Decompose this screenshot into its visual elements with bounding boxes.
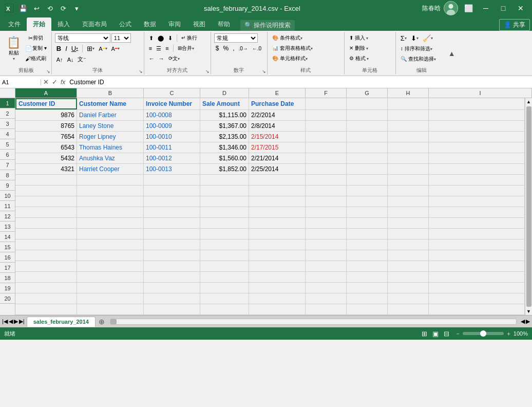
cell-D13[interactable] <box>200 229 249 239</box>
cell-C19[interactable] <box>144 293 200 304</box>
cell-B13[interactable] <box>77 229 144 239</box>
cell-I4[interactable] <box>429 132 525 142</box>
cell-C3[interactable]: 100-0009 <box>144 121 200 131</box>
scroll-thumb-v[interactable] <box>526 106 531 307</box>
cell-A18[interactable] <box>15 283 77 293</box>
cell-A16[interactable] <box>15 261 77 271</box>
cell-A10[interactable] <box>15 196 77 207</box>
cell-C9[interactable] <box>144 186 200 196</box>
cell-G10[interactable] <box>347 196 388 207</box>
h-scroll-right-btn[interactable]: ▶ <box>526 318 530 325</box>
row-header-5[interactable]: 5 <box>0 139 15 150</box>
cell-D10[interactable] <box>200 196 249 207</box>
border-button[interactable]: ⊞ ▾ <box>85 44 96 53</box>
cell-F10[interactable] <box>306 196 347 207</box>
row-header-16[interactable]: 16 <box>0 252 15 263</box>
cell-G17[interactable] <box>347 272 388 282</box>
confirm-formula-icon[interactable]: ✓ <box>52 78 58 86</box>
cell-E14[interactable] <box>249 239 306 250</box>
percent-button[interactable]: % <box>221 44 230 53</box>
cell-B16[interactable] <box>77 261 144 271</box>
cell-F13[interactable] <box>306 229 347 239</box>
cell-C5[interactable]: 100-0011 <box>144 142 200 153</box>
merge-button[interactable]: ⊞合并 ▾ <box>176 44 196 53</box>
cell-B2[interactable]: Daniel Farber <box>77 110 144 120</box>
tab-formulas[interactable]: 公式 <box>113 17 138 31</box>
cell-E16[interactable] <box>249 261 306 271</box>
row-header-20[interactable]: 20 <box>0 293 15 304</box>
cell-D14[interactable] <box>200 239 249 250</box>
cell-E1[interactable]: Purchase Date <box>249 98 306 109</box>
underline-button[interactable]: U ▾ <box>70 44 80 53</box>
page-layout-view-btn[interactable]: ▣ <box>431 329 440 338</box>
undo-arrow-btn[interactable]: ⟲ <box>44 3 55 14</box>
cell-B10[interactable] <box>77 196 144 207</box>
cell-H15[interactable] <box>388 250 429 261</box>
col-header-E[interactable]: E <box>249 88 306 98</box>
col-header-B[interactable]: B <box>77 88 144 98</box>
cell-H9[interactable] <box>388 186 429 196</box>
add-sheet-btn[interactable]: ⊕ <box>96 317 108 327</box>
number-format-select[interactable]: 常规 <box>214 33 258 43</box>
cell-H16[interactable] <box>388 261 429 271</box>
cell-G4[interactable] <box>347 132 388 142</box>
cell-F1[interactable] <box>306 98 347 109</box>
currency-button[interactable]: $ <box>214 44 221 53</box>
cell-F8[interactable] <box>306 175 347 185</box>
vertical-scrollbar[interactable]: ▲ ▼ <box>525 98 532 315</box>
cell-A14[interactable] <box>15 239 77 250</box>
clear-button[interactable]: 🧹 ▾ <box>421 33 434 43</box>
cell-H10[interactable] <box>388 196 429 207</box>
tab-data[interactable]: 数据 <box>138 17 162 31</box>
formula-input[interactable] <box>67 79 532 86</box>
tab-review[interactable]: 审阅 <box>162 17 187 31</box>
cell-E5[interactable]: 2/17/2015 <box>249 142 306 153</box>
row-header-7[interactable]: 7 <box>0 160 15 170</box>
cell-F14[interactable] <box>306 239 347 250</box>
cell-E17[interactable] <box>249 272 306 282</box>
indent-increase-button[interactable]: → <box>157 54 166 63</box>
cell-C17[interactable] <box>144 272 200 282</box>
row-header-18[interactable]: 18 <box>0 273 15 283</box>
cell-A15[interactable] <box>15 250 77 261</box>
row-header-19[interactable]: 19 <box>0 283 15 293</box>
zoom-slider[interactable] <box>463 332 504 335</box>
row-header-2[interactable]: 2 <box>0 108 15 119</box>
cell-I15[interactable] <box>429 250 525 261</box>
cell-I10[interactable] <box>429 196 525 207</box>
cell-F11[interactable] <box>306 207 347 217</box>
cell-D19[interactable] <box>200 293 249 304</box>
row-header-14[interactable]: 14 <box>0 232 15 242</box>
zoom-in-icon[interactable]: ＋ <box>506 330 511 338</box>
scroll-down-btn[interactable]: ▼ <box>525 308 532 315</box>
cell-I16[interactable] <box>429 261 525 271</box>
cell-C10[interactable] <box>144 196 200 207</box>
row-header-10[interactable]: 10 <box>0 191 15 201</box>
sheet-nav-last[interactable]: ▶| <box>19 318 25 325</box>
sum-button[interactable]: Σ ▾ <box>399 33 408 43</box>
tab-view[interactable]: 视图 <box>187 17 212 31</box>
cell-I8[interactable] <box>429 175 525 185</box>
cell-D9[interactable] <box>200 186 249 196</box>
cell-C20[interactable] <box>144 304 200 314</box>
cell-D15[interactable] <box>200 250 249 261</box>
format-cells-button[interactable]: ⚙ 格式 ▾ <box>348 54 371 63</box>
cell-B20[interactable] <box>77 304 144 314</box>
cell-E9[interactable] <box>249 186 306 196</box>
tab-help[interactable]: 帮助 <box>212 17 236 31</box>
cell-B1[interactable]: Customer Name <box>77 98 144 109</box>
cell-F20[interactable] <box>306 304 347 314</box>
maximize-btn[interactable]: □ <box>496 3 510 14</box>
row-header-8[interactable]: 8 <box>0 170 15 180</box>
cell-A3[interactable]: 8765 <box>15 121 77 131</box>
increase-decimal-button[interactable]: .0→ <box>237 45 249 52</box>
cell-B17[interactable] <box>77 272 144 282</box>
alignment-expand[interactable]: ↘ <box>205 69 210 74</box>
cell-F5[interactable] <box>306 142 347 153</box>
cell-G6[interactable] <box>347 153 388 163</box>
cell-I5[interactable] <box>429 142 525 153</box>
cell-H6[interactable] <box>388 153 429 163</box>
cell-E15[interactable] <box>249 250 306 261</box>
ribbon-collapse-btn[interactable]: ▲ <box>447 32 457 75</box>
customize-quick-btn[interactable]: ▾ <box>71 3 82 14</box>
